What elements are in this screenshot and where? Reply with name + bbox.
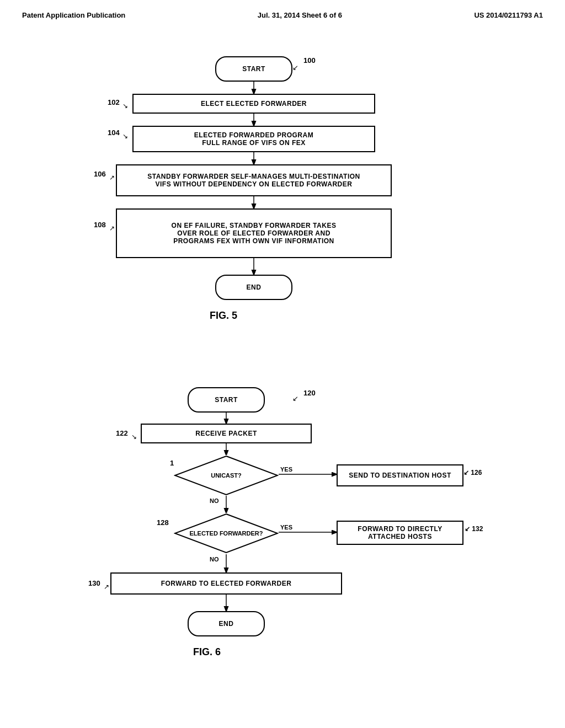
fig5-ref-label: 100	[303, 56, 316, 65]
fig6-no1-label: NO	[210, 497, 219, 504]
fig6-diagram: 120 ↙ START 122 ↘ RECEIVE PACKET 124 UNI…	[22, 358, 543, 728]
page: Patent Application Publication Jul. 31, …	[0, 0, 565, 728]
fig6-diamond-elected: ELECTED FORWARDER?	[174, 513, 279, 554]
page-header: Patent Application Publication Jul. 31, …	[22, 11, 543, 22]
header-center: Jul. 31, 2014 Sheet 6 of 6	[258, 11, 342, 19]
fig5-step108: ON EF FAILURE, STANDBY FORWARDER TAKES O…	[116, 208, 392, 258]
fig6-label-122: 122	[116, 429, 128, 437]
fig6-caption: FIG. 6	[193, 646, 221, 658]
fig6-step132: FORWARD TO DIRECTLY ATTACHED HOSTS	[337, 521, 463, 545]
header-left: Patent Application Publication	[22, 11, 125, 19]
header-right: US 2014/0211793 A1	[474, 11, 543, 19]
fig5-caption: FIG. 5	[210, 310, 237, 322]
fig6-step122: RECEIVE PACKET	[141, 424, 312, 443]
fig5-step102: ELECT ELECTED FORWARDER	[132, 94, 375, 114]
fig5-label-104: 104	[108, 129, 120, 137]
fig6-yes2-label: YES	[280, 524, 292, 531]
fig6-step126: SEND TO DESTINATION HOST	[337, 464, 463, 486]
fig6-connectors	[22, 358, 543, 728]
fig5-start-node: START	[215, 56, 292, 82]
fig6-label-130: 130	[88, 579, 100, 587]
fig5-label-102: 102	[108, 98, 120, 106]
fig6-yes1-label: YES	[280, 466, 292, 473]
fig5-end-node: END	[215, 275, 292, 300]
fig5-step106: STANDBY FORWARDER SELF-MANAGES MULTI-DES…	[116, 164, 392, 196]
fig6-end-node: END	[188, 611, 265, 636]
fig6-diamond-unicast: UNICAST?	[174, 455, 279, 496]
fig5-diagram: 100 ↙ START 102 ↘ ELECT ELECTED FORWARDE…	[22, 28, 543, 347]
fig6-ref-label: 120	[303, 389, 316, 397]
fig5-step104: ELECTED FORWARDED PROGRAM FULL RANGE OF …	[132, 126, 375, 152]
fig6-start-node: START	[188, 387, 265, 413]
fig6-step130: FORWARD TO ELECTED FORWARDER	[110, 572, 342, 595]
fig6-label-128: 128	[157, 518, 169, 527]
fig5-label-108: 108	[94, 221, 106, 229]
fig5-label-106: 106	[94, 170, 106, 178]
fig6-no2-label: NO	[210, 556, 219, 563]
